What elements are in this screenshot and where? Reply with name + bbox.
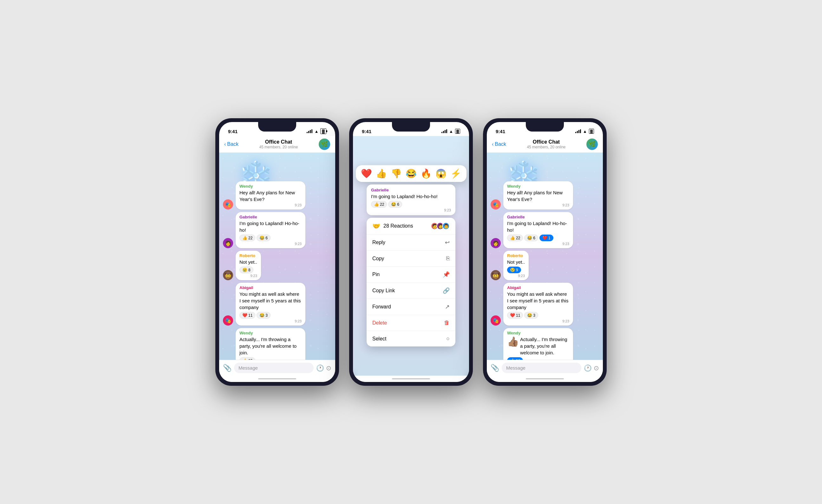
home-bar	[258, 378, 296, 380]
message-text: I'm going to Lapland! Ho-ho-ho!	[240, 220, 302, 233]
context-menu: 🤝 28 Reactions 🧑 👩 👨 Reply ↩ Copy ⎘	[367, 218, 455, 347]
reactions: ❤️ 11 😂 3	[240, 312, 302, 319]
avatar: 🎭	[223, 199, 233, 209]
sender-name: Wendy	[507, 184, 569, 188]
avatar: 🎭	[491, 316, 501, 326]
reaction-pill[interactable]: 👍 22	[371, 201, 387, 207]
nav-bar: ‹ Back Office Chat 45 members, 20 online…	[487, 136, 603, 153]
delete-item[interactable]: Delete 🗑	[367, 315, 455, 331]
message-bubble[interactable]: Gabrielle I'm going to Lapland! Ho-ho-ho…	[503, 212, 573, 248]
message-bubble[interactable]: Wendy Hey all! Any plans for New Year's …	[236, 181, 305, 209]
forward-label: Forward	[372, 304, 391, 310]
reaction-pill-highlighted[interactable]: ❤️ 1	[539, 234, 553, 241]
camera-icon[interactable]: ⊙	[594, 364, 599, 372]
reaction-pill[interactable]: ❤️ 11	[240, 312, 255, 319]
message-time: 9:23	[240, 203, 302, 207]
reactions-icon: 🤝	[372, 222, 380, 230]
pin-item[interactable]: Pin 📌	[367, 267, 455, 283]
reactions-item[interactable]: 🤝 28 Reactions 🧑 👩 👨	[367, 218, 455, 234]
reaction-pill[interactable]: 👍 22	[240, 234, 255, 241]
reaction-pill[interactable]: ❤️ 11	[507, 312, 523, 319]
avatar: 👩	[491, 238, 501, 248]
avatar: 🎭	[491, 199, 501, 209]
sender-name: Gabrielle	[507, 214, 569, 219]
copy-item[interactable]: Copy ⎘	[367, 251, 455, 267]
sender-name: Abigail	[240, 285, 302, 290]
message-input[interactable]: Message	[234, 363, 314, 373]
notch	[392, 122, 430, 131]
chat-area: ❄️ 🎭 Wendy Hey all! Any plans for New Ye…	[487, 153, 603, 360]
message-input[interactable]: Message	[502, 363, 581, 373]
reactions: 👍 22 😂 6	[240, 234, 302, 241]
back-button[interactable]: ‹ Back	[492, 141, 506, 147]
reaction-pill[interactable]: 😂 3	[524, 312, 538, 319]
emoji-heart[interactable]: ❤️	[361, 168, 372, 179]
reaction-pill[interactable]: 😂 6	[257, 234, 271, 241]
reaction-pill[interactable]: 😂 6	[388, 201, 402, 207]
camera-icon[interactable]: ⊙	[326, 364, 331, 372]
select-item[interactable]: Select ○	[367, 331, 455, 347]
forward-item[interactable]: Forward ↗	[367, 299, 455, 315]
reaction-pill[interactable]: 😂 3	[257, 312, 271, 319]
reactions: ❤️ 11 😂 3	[507, 312, 569, 319]
pin-icon: 📌	[443, 271, 450, 278]
chat-subtitle: 45 members, 20 online	[239, 145, 319, 149]
home-bar	[392, 378, 430, 380]
message-bubble[interactable]: Wendy Hey all! Any plans for New Year's …	[503, 181, 573, 209]
message-time: 9:23	[240, 274, 257, 278]
avatar: 👩	[223, 238, 233, 248]
message-row: 👩 Gabrielle I'm going to Lapland! Ho-ho-…	[223, 212, 331, 248]
notch	[258, 122, 296, 131]
battery-icon: ▓	[455, 129, 460, 134]
reaction-pill[interactable]: 😂 6	[524, 234, 538, 241]
chevron-left-icon: ‹	[224, 141, 226, 147]
reaction-pill-highlighted[interactable]: 👍 16	[507, 357, 523, 360]
reply-item[interactable]: Reply ↩	[367, 234, 455, 251]
message-text: I'm going to Lapland! Ho-ho-ho!	[371, 193, 451, 200]
message-bubble[interactable]: Abigail You might as well ask where I se…	[503, 283, 573, 326]
message-bubble[interactable]: Gabrielle I'm going to Lapland! Ho-ho-ho…	[236, 212, 305, 248]
chat-subtitle: 45 members, 20 online	[506, 145, 586, 149]
signal-icon	[441, 129, 447, 133]
emoji-lightning[interactable]: ⚡	[450, 168, 461, 179]
battery-icon: ▓	[589, 129, 594, 134]
avatar: 🎭	[223, 316, 233, 326]
message-bubble[interactable]: Abigail You might as well ask where I se…	[236, 283, 305, 326]
status-time: 9:41	[228, 129, 238, 134]
delete-icon: 🗑	[444, 320, 450, 326]
status-icons: ▲ ▓	[575, 129, 594, 134]
message-bubble[interactable]: Wendy Actually... I'm throwing a party, …	[236, 328, 305, 360]
attach-icon[interactable]: 📎	[491, 364, 499, 372]
timer-icon[interactable]: 🕐	[584, 364, 592, 372]
back-button[interactable]: ‹ Back	[224, 141, 239, 147]
avatar: 🤠	[491, 270, 501, 280]
message-row: 🤠 Roberto Not yet.. 😢 8 9:23	[223, 251, 331, 280]
timer-icon[interactable]: 🕐	[316, 364, 324, 372]
emoji-thumbsup[interactable]: 👍	[376, 168, 387, 179]
emoji-thumbsdown[interactable]: 👎	[391, 168, 402, 179]
message-text: Hey all! Any plans for New Year's Eve?	[240, 189, 302, 202]
status-time: 9:41	[362, 129, 371, 134]
phone-3-screen: 9:41 ▲ ▓ ‹ Back Office Chat 45 members,	[487, 122, 603, 382]
copylink-label: Copy Link	[372, 288, 395, 294]
reaction-pill[interactable]: 👍 15	[240, 357, 255, 360]
emoji-fire[interactable]: 🔥	[421, 168, 432, 179]
home-indicator	[487, 376, 603, 382]
message-bubble[interactable]: Roberto Not yet.. 😢 9 9:23	[503, 251, 529, 280]
copylink-item[interactable]: Copy Link 🔗	[367, 283, 455, 299]
emoji-laugh[interactable]: 😂	[406, 168, 417, 179]
chat-avatar[interactable]: 🌿	[586, 138, 598, 150]
reaction-pill[interactable]: 😢 8	[240, 267, 254, 273]
home-indicator	[219, 376, 335, 382]
message-time: 9:23	[507, 274, 525, 278]
reaction-pill[interactable]: 👍 22	[507, 234, 523, 241]
message-row: 🎭 Abigail You might as well ask where I …	[223, 283, 331, 326]
chat-title: Office Chat	[506, 139, 586, 145]
emoji-shocked[interactable]: 😱	[435, 168, 446, 179]
attach-icon[interactable]: 📎	[223, 364, 232, 372]
reaction-pill-highlighted[interactable]: 😢 9	[507, 267, 521, 273]
chat-avatar[interactable]: 🌿	[319, 138, 330, 150]
message-bubble[interactable]: Roberto Not yet.. 😢 8 9:23	[236, 251, 261, 280]
message-bubble[interactable]: Wendy 👍🏽 Actually... I'm throwing a part…	[503, 328, 573, 360]
status-icons: ▲ ▓	[307, 128, 326, 134]
